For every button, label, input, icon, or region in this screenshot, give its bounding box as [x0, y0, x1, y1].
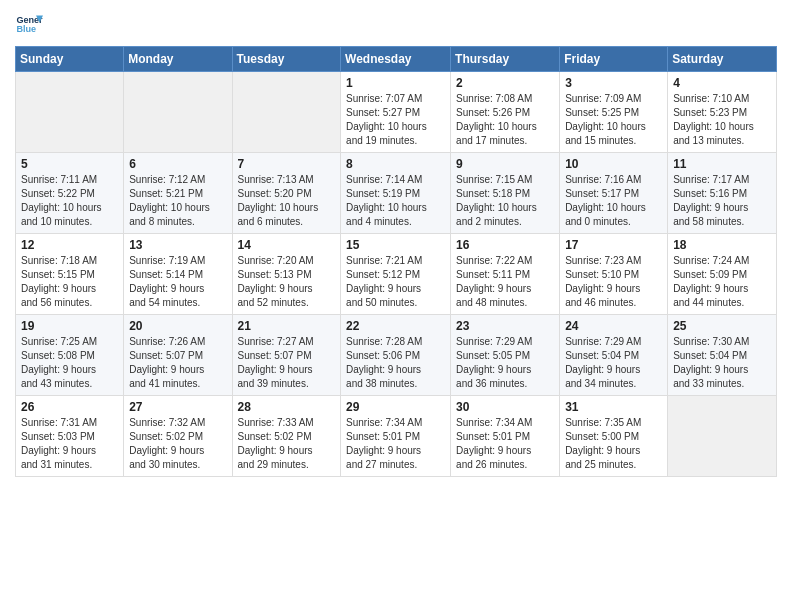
day-number: 16 — [456, 238, 554, 252]
day-number: 3 — [565, 76, 662, 90]
day-info: Sunrise: 7:34 AM Sunset: 5:01 PM Dayligh… — [346, 416, 445, 472]
day-info: Sunrise: 7:15 AM Sunset: 5:18 PM Dayligh… — [456, 173, 554, 229]
day-info: Sunrise: 7:28 AM Sunset: 5:06 PM Dayligh… — [346, 335, 445, 391]
calendar-cell: 14Sunrise: 7:20 AM Sunset: 5:13 PM Dayli… — [232, 234, 341, 315]
day-info: Sunrise: 7:20 AM Sunset: 5:13 PM Dayligh… — [238, 254, 336, 310]
day-info: Sunrise: 7:30 AM Sunset: 5:04 PM Dayligh… — [673, 335, 771, 391]
calendar-cell: 29Sunrise: 7:34 AM Sunset: 5:01 PM Dayli… — [341, 396, 451, 477]
calendar-cell: 12Sunrise: 7:18 AM Sunset: 5:15 PM Dayli… — [16, 234, 124, 315]
day-info: Sunrise: 7:14 AM Sunset: 5:19 PM Dayligh… — [346, 173, 445, 229]
calendar-cell: 22Sunrise: 7:28 AM Sunset: 5:06 PM Dayli… — [341, 315, 451, 396]
day-info: Sunrise: 7:17 AM Sunset: 5:16 PM Dayligh… — [673, 173, 771, 229]
calendar-cell — [668, 396, 777, 477]
page-container: General Blue SundayMondayTuesdayWednesda… — [0, 0, 792, 492]
day-info: Sunrise: 7:27 AM Sunset: 5:07 PM Dayligh… — [238, 335, 336, 391]
weekday-header-sunday: Sunday — [16, 47, 124, 72]
day-number: 31 — [565, 400, 662, 414]
day-number: 28 — [238, 400, 336, 414]
day-info: Sunrise: 7:35 AM Sunset: 5:00 PM Dayligh… — [565, 416, 662, 472]
day-info: Sunrise: 7:31 AM Sunset: 5:03 PM Dayligh… — [21, 416, 118, 472]
day-info: Sunrise: 7:24 AM Sunset: 5:09 PM Dayligh… — [673, 254, 771, 310]
calendar-cell: 13Sunrise: 7:19 AM Sunset: 5:14 PM Dayli… — [124, 234, 232, 315]
day-info: Sunrise: 7:11 AM Sunset: 5:22 PM Dayligh… — [21, 173, 118, 229]
day-number: 21 — [238, 319, 336, 333]
calendar-cell: 23Sunrise: 7:29 AM Sunset: 5:05 PM Dayli… — [451, 315, 560, 396]
calendar-cell: 1Sunrise: 7:07 AM Sunset: 5:27 PM Daylig… — [341, 72, 451, 153]
day-number: 19 — [21, 319, 118, 333]
day-number: 13 — [129, 238, 226, 252]
calendar-cell: 30Sunrise: 7:34 AM Sunset: 5:01 PM Dayli… — [451, 396, 560, 477]
day-number: 17 — [565, 238, 662, 252]
day-number: 1 — [346, 76, 445, 90]
day-number: 24 — [565, 319, 662, 333]
calendar-cell: 9Sunrise: 7:15 AM Sunset: 5:18 PM Daylig… — [451, 153, 560, 234]
calendar-cell: 27Sunrise: 7:32 AM Sunset: 5:02 PM Dayli… — [124, 396, 232, 477]
day-info: Sunrise: 7:18 AM Sunset: 5:15 PM Dayligh… — [21, 254, 118, 310]
logo: General Blue — [15, 10, 43, 38]
day-info: Sunrise: 7:10 AM Sunset: 5:23 PM Dayligh… — [673, 92, 771, 148]
week-row-3: 19Sunrise: 7:25 AM Sunset: 5:08 PM Dayli… — [16, 315, 777, 396]
day-info: Sunrise: 7:07 AM Sunset: 5:27 PM Dayligh… — [346, 92, 445, 148]
calendar-table: SundayMondayTuesdayWednesdayThursdayFrid… — [15, 46, 777, 477]
day-number: 7 — [238, 157, 336, 171]
day-number: 23 — [456, 319, 554, 333]
calendar-cell: 24Sunrise: 7:29 AM Sunset: 5:04 PM Dayli… — [560, 315, 668, 396]
day-number: 12 — [21, 238, 118, 252]
day-info: Sunrise: 7:29 AM Sunset: 5:05 PM Dayligh… — [456, 335, 554, 391]
week-row-1: 5Sunrise: 7:11 AM Sunset: 5:22 PM Daylig… — [16, 153, 777, 234]
calendar-cell — [16, 72, 124, 153]
day-info: Sunrise: 7:12 AM Sunset: 5:21 PM Dayligh… — [129, 173, 226, 229]
calendar-cell: 15Sunrise: 7:21 AM Sunset: 5:12 PM Dayli… — [341, 234, 451, 315]
day-number: 4 — [673, 76, 771, 90]
calendar-cell: 4Sunrise: 7:10 AM Sunset: 5:23 PM Daylig… — [668, 72, 777, 153]
day-info: Sunrise: 7:21 AM Sunset: 5:12 PM Dayligh… — [346, 254, 445, 310]
day-info: Sunrise: 7:34 AM Sunset: 5:01 PM Dayligh… — [456, 416, 554, 472]
calendar-cell: 21Sunrise: 7:27 AM Sunset: 5:07 PM Dayli… — [232, 315, 341, 396]
calendar-cell: 16Sunrise: 7:22 AM Sunset: 5:11 PM Dayli… — [451, 234, 560, 315]
calendar-cell — [232, 72, 341, 153]
day-number: 20 — [129, 319, 226, 333]
week-row-2: 12Sunrise: 7:18 AM Sunset: 5:15 PM Dayli… — [16, 234, 777, 315]
day-info: Sunrise: 7:22 AM Sunset: 5:11 PM Dayligh… — [456, 254, 554, 310]
calendar-cell: 25Sunrise: 7:30 AM Sunset: 5:04 PM Dayli… — [668, 315, 777, 396]
calendar-cell: 19Sunrise: 7:25 AM Sunset: 5:08 PM Dayli… — [16, 315, 124, 396]
day-info: Sunrise: 7:19 AM Sunset: 5:14 PM Dayligh… — [129, 254, 226, 310]
day-number: 30 — [456, 400, 554, 414]
day-info: Sunrise: 7:33 AM Sunset: 5:02 PM Dayligh… — [238, 416, 336, 472]
day-number: 25 — [673, 319, 771, 333]
calendar-cell: 6Sunrise: 7:12 AM Sunset: 5:21 PM Daylig… — [124, 153, 232, 234]
calendar-cell: 26Sunrise: 7:31 AM Sunset: 5:03 PM Dayli… — [16, 396, 124, 477]
weekday-header-row: SundayMondayTuesdayWednesdayThursdayFrid… — [16, 47, 777, 72]
day-number: 15 — [346, 238, 445, 252]
calendar-cell: 18Sunrise: 7:24 AM Sunset: 5:09 PM Dayli… — [668, 234, 777, 315]
calendar-cell: 3Sunrise: 7:09 AM Sunset: 5:25 PM Daylig… — [560, 72, 668, 153]
weekday-header-wednesday: Wednesday — [341, 47, 451, 72]
day-info: Sunrise: 7:16 AM Sunset: 5:17 PM Dayligh… — [565, 173, 662, 229]
day-number: 27 — [129, 400, 226, 414]
calendar-cell: 20Sunrise: 7:26 AM Sunset: 5:07 PM Dayli… — [124, 315, 232, 396]
day-number: 26 — [21, 400, 118, 414]
calendar-cell: 7Sunrise: 7:13 AM Sunset: 5:20 PM Daylig… — [232, 153, 341, 234]
header: General Blue — [15, 10, 777, 38]
day-number: 6 — [129, 157, 226, 171]
day-number: 11 — [673, 157, 771, 171]
day-number: 2 — [456, 76, 554, 90]
day-info: Sunrise: 7:29 AM Sunset: 5:04 PM Dayligh… — [565, 335, 662, 391]
calendar-cell: 5Sunrise: 7:11 AM Sunset: 5:22 PM Daylig… — [16, 153, 124, 234]
calendar-cell: 17Sunrise: 7:23 AM Sunset: 5:10 PM Dayli… — [560, 234, 668, 315]
svg-text:Blue: Blue — [16, 24, 36, 34]
day-number: 18 — [673, 238, 771, 252]
day-info: Sunrise: 7:25 AM Sunset: 5:08 PM Dayligh… — [21, 335, 118, 391]
week-row-4: 26Sunrise: 7:31 AM Sunset: 5:03 PM Dayli… — [16, 396, 777, 477]
day-info: Sunrise: 7:23 AM Sunset: 5:10 PM Dayligh… — [565, 254, 662, 310]
calendar-cell: 11Sunrise: 7:17 AM Sunset: 5:16 PM Dayli… — [668, 153, 777, 234]
day-number: 9 — [456, 157, 554, 171]
weekday-header-thursday: Thursday — [451, 47, 560, 72]
day-number: 10 — [565, 157, 662, 171]
weekday-header-monday: Monday — [124, 47, 232, 72]
week-row-0: 1Sunrise: 7:07 AM Sunset: 5:27 PM Daylig… — [16, 72, 777, 153]
day-number: 5 — [21, 157, 118, 171]
day-info: Sunrise: 7:13 AM Sunset: 5:20 PM Dayligh… — [238, 173, 336, 229]
calendar-cell: 10Sunrise: 7:16 AM Sunset: 5:17 PM Dayli… — [560, 153, 668, 234]
calendar-cell: 31Sunrise: 7:35 AM Sunset: 5:00 PM Dayli… — [560, 396, 668, 477]
